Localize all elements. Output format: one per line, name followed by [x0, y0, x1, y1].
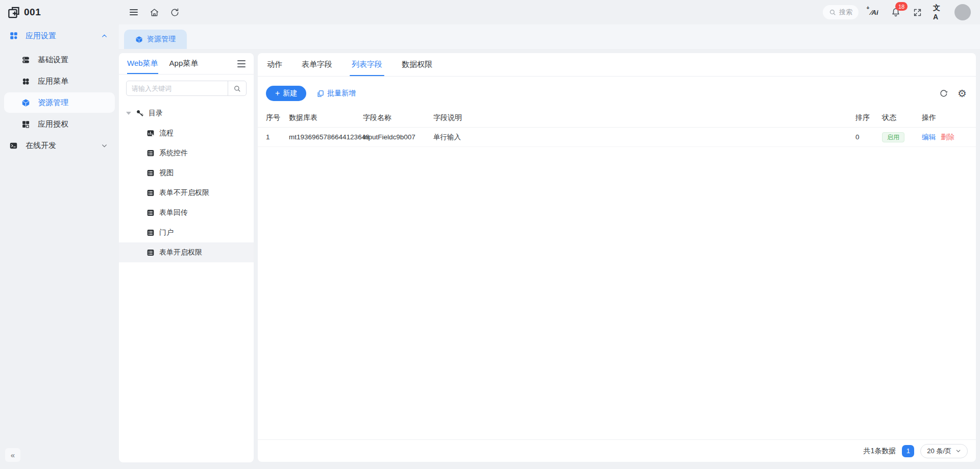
caret-down-icon[interactable] [126, 112, 131, 115]
tab-form-fields[interactable]: 表单字段 [302, 53, 332, 76]
cell-sort: 0 [855, 133, 882, 141]
menu-collapse-icon[interactable] [128, 7, 139, 18]
active-tab-underline [127, 73, 158, 74]
workspace-tab-resource-mgmt[interactable]: 资源管理 [124, 30, 187, 49]
tree-options-icon[interactable] [237, 60, 246, 67]
tree-node-label: 表单开启权限 [159, 248, 202, 257]
status-badge: 启用 [882, 132, 904, 142]
sidebar-collapse-button[interactable]: « [5, 448, 20, 462]
gear-icon[interactable]: ⚙ [957, 88, 968, 99]
tree-node-portal[interactable]: 门户 [119, 223, 254, 242]
sidebar-group-online-dev[interactable]: 在线开发 [4, 135, 115, 156]
tree-node-form-open-perm[interactable]: 表单开启权限 [119, 242, 254, 262]
search-icon [233, 85, 241, 92]
tree-node-label: 表单回传 [159, 208, 188, 217]
sidebar-item-label: 资源管理 [38, 98, 68, 108]
col-header-sort: 排序 [855, 113, 882, 122]
terminal-icon [9, 141, 18, 150]
tab-list-fields[interactable]: 列表字段 [352, 53, 382, 76]
grid-squares-icon [21, 120, 31, 129]
cell-index: 1 [266, 133, 289, 141]
sidebar-item-label: 应用授权 [38, 119, 68, 129]
sidebar-item-basic-settings[interactable]: 基础设置 [4, 50, 115, 70]
tree-node-view[interactable]: 视图 [119, 163, 254, 183]
empty-area [258, 147, 976, 439]
tree-node-label: 视图 [159, 168, 174, 178]
database-icon [21, 56, 31, 64]
col-header-actions: 操作 [922, 113, 968, 122]
form-list-icon [146, 168, 155, 177]
tab-data-permissions[interactable]: 数据权限 [402, 53, 432, 76]
tab-app-menu[interactable]: App菜单 [169, 53, 199, 74]
sidebar-group-app-settings[interactable]: 应用设置 [4, 26, 115, 46]
search-icon [829, 9, 836, 16]
global-search[interactable]: 搜索 [823, 5, 859, 19]
global-search-placeholder: 搜索 [839, 8, 852, 17]
chevron-down-icon [955, 448, 961, 454]
cell-field-desc: 单行输入 [433, 133, 855, 142]
tree-node-label: 目录 [149, 109, 163, 118]
reload-icon[interactable] [169, 7, 180, 18]
sidebar-item-resource-mgmt[interactable]: 资源管理 [4, 92, 115, 113]
page-size-select[interactable]: 20 条/页 [920, 444, 968, 458]
sidebar-item-app-menu[interactable]: 应用菜单 [4, 71, 115, 91]
workspace-tab-label: 资源管理 [147, 35, 176, 44]
cell-db-table: mt1936965786644123648 [289, 133, 363, 141]
sidebar-item-app-auth[interactable]: 应用授权 [4, 114, 115, 134]
notifications-bell-icon[interactable]: 18 [890, 7, 901, 18]
app-logo[interactable]: 001 [0, 6, 119, 19]
batch-add-button[interactable]: 批量新增 [316, 89, 356, 98]
language-translate-icon[interactable]: 文A [933, 7, 944, 18]
sidebar-item-label: 在线开发 [26, 141, 56, 151]
tree-node-root[interactable]: 目录 [119, 103, 254, 123]
chevron-down-icon [101, 142, 108, 149]
tree-search-button[interactable] [228, 81, 246, 95]
edit-link[interactable]: 编辑 [922, 133, 936, 142]
hamburger-icon [130, 9, 138, 15]
tree-search-box [126, 81, 247, 96]
menu-tree-panel: Web菜单 App菜单 目录 [119, 53, 254, 462]
col-header-status: 状态 [882, 113, 922, 122]
ai-assistant-icon[interactable]: +∕Ai [869, 7, 880, 18]
total-count-text: 共1条数据 [864, 447, 896, 456]
form-list-icon [146, 149, 155, 157]
copy-icon [316, 90, 324, 97]
topbar-left-icons [119, 7, 180, 18]
tree-search-input[interactable] [127, 85, 228, 92]
cube-icon [135, 36, 143, 43]
fullscreen-icon[interactable] [912, 7, 923, 18]
home-icon[interactable] [149, 7, 160, 18]
menu-tree: 目录 流程 系统控件 [119, 101, 254, 462]
table-row[interactable]: 1 mt1936965786644123648 inputFieldc9b007… [258, 128, 976, 147]
delete-link[interactable]: 删除 [941, 133, 954, 142]
tree-node-form-no-perm[interactable]: 表单不开启权限 [119, 183, 254, 203]
tree-node-label: 系统控件 [159, 149, 188, 158]
col-header-index: 序号 [266, 113, 289, 122]
tree-panel-tabs: Web菜单 App菜单 [119, 53, 254, 75]
key-icon [135, 109, 144, 117]
tab-web-menu[interactable]: Web菜单 [127, 53, 158, 74]
page-button-1[interactable]: 1 [902, 445, 914, 457]
toolbar: + 新建 批量新增 ⚙ [258, 77, 976, 108]
logo-icon [7, 6, 21, 19]
refresh-icon[interactable] [938, 88, 949, 99]
tree-node-form-return[interactable]: 表单回传 [119, 203, 254, 223]
tab-actions[interactable]: 动作 [267, 53, 282, 76]
user-avatar[interactable] [954, 4, 971, 20]
tree-node-system-controls[interactable]: 系统控件 [119, 143, 254, 163]
sidebar-item-label: 应用设置 [26, 31, 56, 41]
col-header-field-desc: 字段说明 [433, 113, 855, 122]
main-panel: 动作 表单字段 列表字段 数据权限 + 新建 批量新增 [258, 53, 976, 462]
new-button[interactable]: + 新建 [266, 86, 306, 101]
tree-node-label: 流程 [159, 129, 174, 138]
tree-node-label: 门户 [159, 228, 174, 237]
tree-node-label: 表单不开启权限 [159, 188, 209, 198]
topbar-right: 搜索 +∕Ai 18 文A [823, 4, 980, 20]
tree-node-flow[interactable]: 流程 [119, 123, 254, 143]
chevron-up-icon [101, 33, 108, 39]
active-tab-underline [350, 75, 384, 76]
form-list-icon [146, 208, 155, 217]
logo-text: 001 [24, 7, 41, 18]
sidebar: 应用设置 基础设置 应用菜单 资源管理 [0, 24, 119, 469]
cell-status: 启用 [882, 132, 922, 142]
